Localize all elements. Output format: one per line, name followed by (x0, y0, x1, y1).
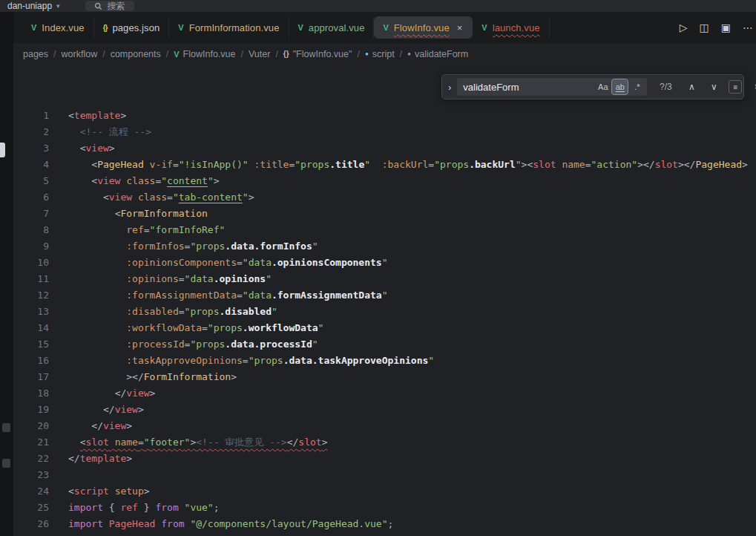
line-number[interactable]: 23 (13, 467, 55, 483)
code-line-2[interactable]: 2 <!-- 流程 --> (13, 124, 756, 140)
split-editor-button[interactable]: ◫ (700, 22, 709, 33)
breadcrumb-label: script (372, 49, 395, 59)
run-button[interactable]: ▷ (680, 22, 688, 33)
breadcrumb-item-Vuter[interactable]: Vuter (249, 49, 270, 59)
code-line-5[interactable]: 5 <view class="content"> (13, 173, 756, 189)
code-line-12[interactable]: 12 :formAssignmentData="data.formAssignm… (13, 287, 756, 304)
tab-label: FormInformation.vue (189, 22, 280, 33)
regex-toggle[interactable]: .* (629, 79, 645, 94)
line-number[interactable]: 13 (13, 304, 55, 320)
code-line-14[interactable]: 14 :workflowData="props.workflowData" (13, 320, 756, 336)
breadcrumb-label: validateForm (415, 49, 468, 59)
code-line-6[interactable]: 6 <view class="tab-content"> (13, 189, 756, 206)
line-number[interactable]: 8 (13, 222, 55, 238)
find-in-selection-button[interactable]: ≡ (729, 80, 742, 94)
line-number[interactable]: 10 (13, 255, 55, 271)
tab-FlowInfo.vue[interactable]: VFlowInfo.vue× (374, 16, 473, 39)
vue-file-icon: V (298, 23, 303, 32)
toggle-replace-button[interactable]: › (448, 82, 451, 92)
code-line-23[interactable]: 23 (13, 467, 756, 483)
tab-close-icon[interactable]: × (456, 22, 464, 33)
code-line-26[interactable]: 26import PageHead from "@/components/lay… (13, 516, 756, 532)
line-number[interactable]: 9 (13, 238, 55, 255)
breadcrumb-item-FlowInfo.vue[interactable]: {}"FlowInfo.vue" (283, 49, 352, 59)
editor[interactable]: 1<template>2 <!-- 流程 -->3 <view>4 <PageH… (13, 65, 756, 536)
code-line-9[interactable]: 9 :formInfos="props.data.formInfos" (13, 238, 756, 255)
line-number[interactable]: 5 (13, 173, 55, 189)
code-text: <view> (68, 140, 115, 157)
code-line-19[interactable]: 19 </view> (13, 402, 756, 418)
line-number[interactable]: 21 (13, 434, 55, 451)
code-line-15[interactable]: 15 :processId="props.data.processId" (13, 336, 756, 353)
find-results-count: ?/3 (653, 82, 678, 92)
breadcrumb-item-script[interactable]: ●script (365, 49, 395, 59)
tab-launch.vue[interactable]: Vlaunch.vue (473, 16, 549, 39)
editor-layout-button[interactable]: ▣ (721, 22, 731, 33)
line-number[interactable]: 3 (13, 140, 55, 157)
breadcrumb-separator: / (240, 49, 243, 59)
line-number[interactable]: 25 (13, 500, 55, 516)
code-line-16[interactable]: 16 :taskApproveOpinions="props.data.task… (13, 353, 756, 369)
chevron-down-icon: ▾ (56, 2, 60, 10)
code-line-25[interactable]: 25import { ref } from "vue"; (13, 500, 756, 516)
breadcrumb-item-components[interactable]: components (111, 49, 161, 59)
code-text: </view> (68, 402, 144, 418)
code-line-8[interactable]: 8 ref="formInfoRef" (13, 222, 756, 238)
tab-approval.vue[interactable]: Vapproval.vue (289, 16, 375, 39)
code-line-22[interactable]: 22</template> (13, 451, 756, 467)
line-number[interactable]: 7 (13, 206, 55, 222)
tab-FormInformation.vue[interactable]: VFormInformation.vue (169, 16, 289, 39)
whole-word-toggle[interactable]: ab (612, 79, 628, 94)
line-number[interactable]: 12 (13, 287, 55, 304)
code-line-18[interactable]: 18 </view> (13, 385, 756, 402)
previous-match-button[interactable]: ∧ (684, 79, 699, 94)
breadcrumb-item-pages[interactable]: pages (23, 49, 48, 59)
line-number[interactable]: 15 (13, 336, 55, 353)
breadcrumb-item-workflow[interactable]: workflow (62, 49, 98, 59)
code-line-13[interactable]: 13 :disabled="props.disabled" (13, 304, 756, 320)
tab-pages.json[interactable]: {}pages.json (94, 16, 170, 39)
code-lines: 1<template>2 <!-- 流程 -->3 <view>4 <PageH… (13, 65, 756, 532)
code-line-10[interactable]: 10 :opinionsComponents="data.opinionsCom… (13, 255, 756, 271)
project-menu[interactable]: dan-uniapp ▾ (7, 1, 60, 11)
line-number[interactable]: 19 (13, 402, 55, 418)
match-case-toggle[interactable]: Aa (595, 79, 611, 94)
code-line-21[interactable]: 21 <slot name="footer"><!-- 审批意见 --></sl… (13, 434, 756, 451)
symbol-script-icon: ● (365, 51, 369, 57)
code-line-11[interactable]: 11 :opinions="data.opinions" (13, 271, 756, 287)
code-line-7[interactable]: 7 <FormInformation (13, 206, 756, 222)
vue-file-icon: V (31, 23, 36, 32)
breadcrumb: pages/workflow/components/VFlowInfo.vue/… (13, 43, 756, 65)
code-line-1[interactable]: 1<template> (13, 108, 756, 124)
breadcrumb-separator: / (357, 49, 359, 59)
tab-label: launch.vue (493, 22, 540, 33)
code-line-24[interactable]: 24<script setup> (13, 483, 756, 500)
command-center-search[interactable]: 搜索 (85, 1, 134, 11)
next-match-button[interactable]: ∨ (706, 79, 721, 94)
code-line-20[interactable]: 20 </view> (13, 418, 756, 434)
line-number[interactable]: 4 (13, 157, 55, 173)
code-line-4[interactable]: 4 <PageHead v-if="!isInApp()" :title="pr… (13, 157, 756, 173)
breadcrumb-item-validateForm[interactable]: ●validateForm (407, 49, 468, 59)
line-number[interactable]: 16 (13, 353, 55, 369)
line-number[interactable]: 6 (13, 189, 55, 206)
symbol-module-icon: {} (283, 50, 289, 58)
line-number[interactable]: 18 (13, 385, 55, 402)
code-line-3[interactable]: 3 <view> (13, 140, 756, 157)
line-number[interactable]: 20 (13, 418, 55, 434)
line-number[interactable]: 22 (13, 451, 55, 467)
find-input[interactable] (463, 82, 594, 93)
breadcrumb-item-FlowInfo.vue[interactable]: VFlowInfo.vue (174, 49, 235, 59)
line-number[interactable]: 24 (13, 483, 55, 500)
close-button[interactable]: × (749, 79, 756, 94)
line-number[interactable]: 2 (13, 124, 55, 140)
line-number[interactable]: 14 (13, 320, 55, 336)
line-number[interactable]: 11 (13, 271, 55, 287)
line-number[interactable]: 26 (13, 516, 55, 532)
tab-Index.vue[interactable]: VIndex.vue (22, 16, 94, 39)
line-number[interactable]: 1 (13, 108, 55, 124)
code-line-17[interactable]: 17 ></FormInformation> (13, 369, 756, 385)
vue-file-icon: V (481, 23, 487, 32)
line-number[interactable]: 17 (13, 369, 55, 385)
more-actions-button[interactable]: ⋯ (743, 22, 753, 33)
